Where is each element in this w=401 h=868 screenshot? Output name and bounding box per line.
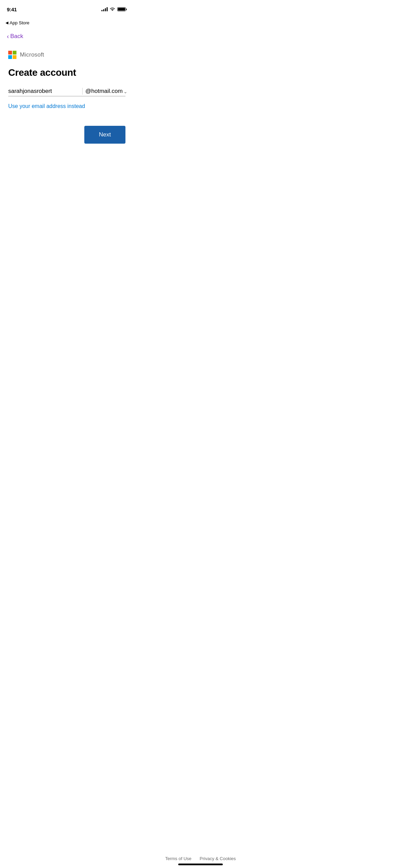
app-store-nav: ◀ App Store — [0, 15, 134, 30]
back-label: Back — [10, 33, 23, 40]
main-content: Microsoft Create account @hotmail.com ⌄ … — [0, 45, 134, 144]
back-button[interactable]: ‹ Back — [7, 33, 23, 40]
page-title: Create account — [8, 67, 125, 78]
use-email-link[interactable]: Use your email address instead — [8, 103, 85, 109]
next-button-row: Next — [8, 126, 125, 144]
domain-select[interactable]: @hotmail.com ⌄ — [82, 88, 127, 95]
email-input-row: @hotmail.com ⌄ — [8, 88, 125, 96]
microsoft-logo: Microsoft — [8, 51, 125, 59]
ms-logo-green — [13, 51, 16, 55]
microsoft-name: Microsoft — [20, 51, 44, 58]
app-store-chevron-icon: ◀ — [5, 21, 8, 25]
ms-logo-yellow — [13, 55, 16, 59]
back-chevron-icon: ‹ — [7, 33, 9, 39]
signal-icon — [101, 7, 108, 11]
back-button-row: ‹ Back — [0, 30, 134, 45]
status-bar: 9:41 — [0, 0, 134, 15]
app-store-label: ◀ App Store — [5, 20, 29, 25]
ms-logo-grid — [8, 51, 16, 59]
battery-icon — [117, 7, 127, 11]
username-input[interactable] — [8, 88, 81, 95]
next-button[interactable]: Next — [84, 126, 125, 144]
domain-text: @hotmail.com — [85, 88, 123, 95]
ms-logo-red — [8, 51, 12, 55]
domain-chevron-icon: ⌄ — [123, 89, 127, 94]
wifi-icon — [110, 7, 115, 11]
status-icons — [101, 7, 127, 11]
status-time: 9:41 — [7, 7, 17, 12]
ms-logo-blue — [8, 55, 12, 59]
